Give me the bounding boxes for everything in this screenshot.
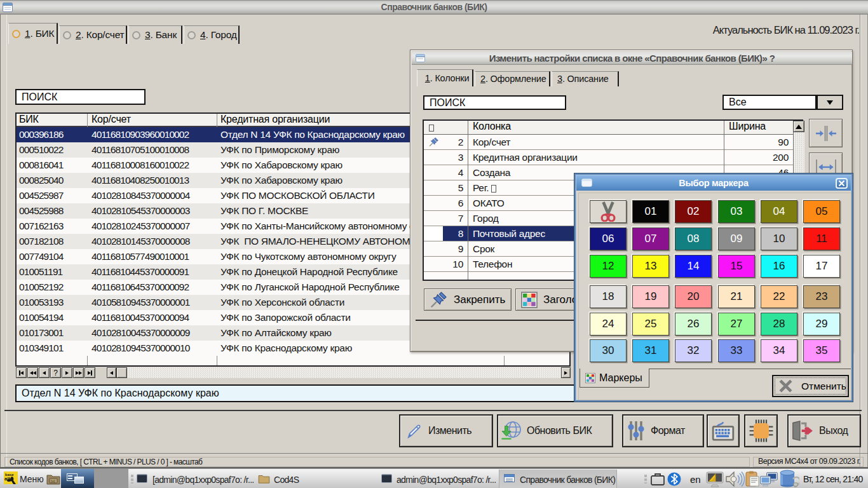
svg-text:[o]: [o] [51,479,55,483]
